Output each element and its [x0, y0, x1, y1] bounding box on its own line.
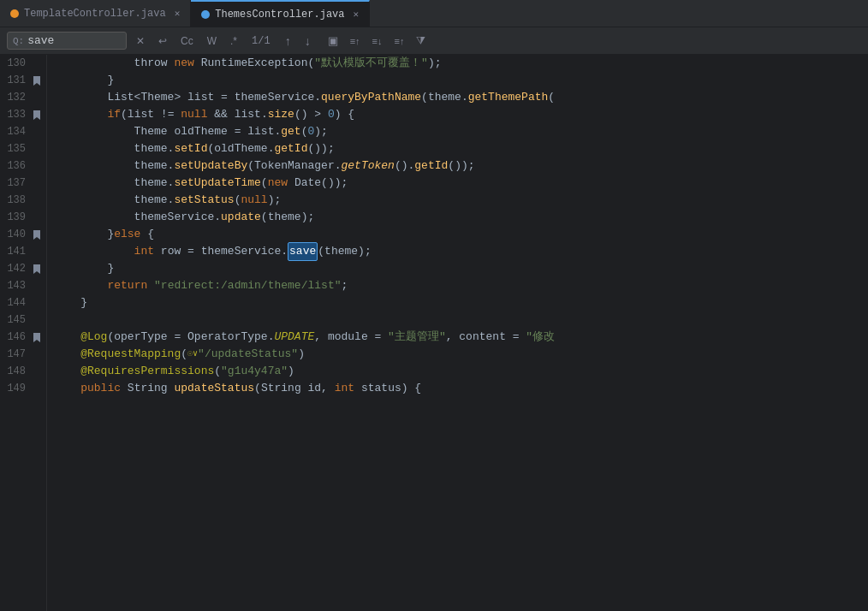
- line-number: 141: [0, 246, 31, 258]
- keyword-token: new: [174, 55, 193, 72]
- plain-token: (: [214, 363, 221, 380]
- gutter-row: 144: [0, 294, 46, 311]
- keyword-token: int: [335, 380, 354, 397]
- table-row: public String updateStatus(String id, in…: [54, 380, 868, 397]
- plain-token: (: [261, 175, 268, 192]
- gutter-row: 138: [0, 192, 46, 209]
- table-row: }: [54, 260, 868, 277]
- method-token: updateStatus: [174, 380, 254, 397]
- table-row: if(list != null && list.size() > 0) {: [54, 106, 868, 123]
- table-row: theme.setUpdateTime(new Date());: [54, 175, 868, 192]
- bookmark-icon[interactable]: [31, 230, 43, 240]
- method-token: setStatus: [174, 192, 234, 209]
- search-highlight: save: [288, 242, 318, 261]
- line-number: 130: [0, 57, 31, 69]
- plain-token: , module =: [314, 329, 388, 346]
- table-row: throw new RuntimeException("默认模版不可覆盖！");: [54, 55, 868, 72]
- plain-token: [54, 106, 107, 123]
- gutter-row: 146: [0, 329, 46, 346]
- bookmark-icon[interactable]: [31, 110, 43, 120]
- line-number: 137: [0, 177, 31, 189]
- gutter-row: 134: [0, 123, 46, 140]
- line-number: 149: [0, 383, 31, 394]
- plain-token: List<Theme> list = themeService.: [54, 89, 321, 106]
- tab-template[interactable]: TemplateController.java ✕: [0, 0, 191, 27]
- plain-token: }: [54, 226, 114, 243]
- plain-token: Theme oldTheme = list.: [54, 123, 281, 140]
- method-token: setUpdateTime: [174, 175, 260, 192]
- plain-token: (: [235, 192, 241, 209]
- annotation-token: @Log: [54, 329, 107, 346]
- bookmark-icon[interactable]: [31, 333, 43, 342]
- table-row: theme.setUpdateBy(TokenManager.getToken(…: [54, 157, 868, 175]
- word-button[interactable]: W: [203, 33, 221, 49]
- multiline-down-button[interactable]: ≡↓: [368, 34, 387, 48]
- table-row: List<Theme> list = themeService.queryByP…: [54, 89, 868, 106]
- plain-token: (String: [254, 380, 307, 397]
- plain-token: RuntimeException(: [194, 55, 314, 72]
- plain-token: ());: [307, 140, 334, 157]
- null-keyword-token: null: [241, 192, 267, 209]
- gutter-row: 139: [0, 209, 46, 226]
- null-keyword-token: null: [181, 106, 207, 123]
- filter-button[interactable]: ⧩: [412, 33, 430, 50]
- code-content[interactable]: throw new RuntimeException("默认模版不可覆盖！");…: [47, 55, 868, 611]
- gutter-row: 133: [0, 106, 46, 123]
- plain-token: theme.: [54, 175, 174, 192]
- tab-icon-template: [10, 9, 19, 18]
- plain-token: (operType = OperatorType.: [107, 329, 274, 346]
- plain-token: [54, 380, 80, 397]
- tab-themes[interactable]: ThemesController.java ✕: [191, 0, 370, 27]
- number-token: 0: [328, 106, 335, 123]
- line-number: 138: [0, 194, 31, 206]
- keyword-token: new: [268, 175, 288, 192]
- plain-token: (theme.: [421, 89, 468, 106]
- in-selection-button[interactable]: ▣: [324, 33, 342, 49]
- line-number: 143: [0, 280, 31, 292]
- line-number: 146: [0, 331, 31, 343]
- plain-token: ,: [321, 380, 335, 397]
- gutter-row: 137: [0, 175, 46, 192]
- prev-match-button[interactable]: ↑: [281, 33, 295, 50]
- search-counter: 1/1: [252, 35, 271, 47]
- plain-token: throw: [54, 55, 174, 72]
- plain-token: theme.: [54, 192, 174, 209]
- plain-token: }: [54, 72, 114, 89]
- regex-button[interactable]: .*: [226, 33, 241, 49]
- plain-token: , content =: [446, 329, 526, 346]
- plain-token: (oldTheme.: [207, 140, 274, 157]
- plain-token: {: [140, 226, 154, 243]
- case-sensitive-button[interactable]: Cc: [176, 33, 198, 49]
- bookmark-icon[interactable]: [31, 264, 43, 274]
- search-input[interactable]: [27, 34, 96, 47]
- gutter: 1301311321331341351361371381391401411421…: [0, 55, 47, 611]
- table-row: }: [54, 72, 868, 89]
- tab-label-template: TemplateController.java: [24, 8, 166, 20]
- gutter-row: 148: [0, 363, 46, 380]
- search-input-wrapper: Q:: [7, 32, 127, 50]
- bookmark-icon[interactable]: [31, 76, 43, 86]
- method-token: getId: [274, 140, 307, 157]
- tab-close-themes[interactable]: ✕: [354, 9, 360, 20]
- keyword-token: public: [80, 380, 121, 397]
- method-token: queryByPathName: [321, 89, 421, 106]
- revert-button[interactable]: ↩: [154, 33, 171, 49]
- tab-label-themes: ThemesController.java: [215, 9, 344, 21]
- keyword-token: return: [107, 277, 147, 294]
- table-row: @Log(operType = OperatorType.UPDATE, mod…: [54, 329, 868, 346]
- plain-token: themeService.: [54, 209, 221, 226]
- line-number: 147: [0, 348, 31, 360]
- table-row: theme.setId(oldTheme.getId());: [54, 140, 868, 157]
- plain-token: (: [301, 123, 308, 140]
- close-search-button[interactable]: ✕: [132, 33, 149, 49]
- line-number: 134: [0, 126, 31, 138]
- method-token: setId: [174, 140, 207, 157]
- gutter-row: 131: [0, 72, 46, 89]
- multiline-up-button[interactable]: ≡↑: [346, 34, 365, 48]
- preserve-button[interactable]: ≡↑: [389, 34, 408, 48]
- plain-token: (list !=: [121, 106, 181, 123]
- number-token: 0: [307, 123, 314, 140]
- line-number: 132: [0, 92, 31, 104]
- tab-close-template[interactable]: ✕: [175, 8, 181, 19]
- next-match-button[interactable]: ↓: [300, 33, 315, 50]
